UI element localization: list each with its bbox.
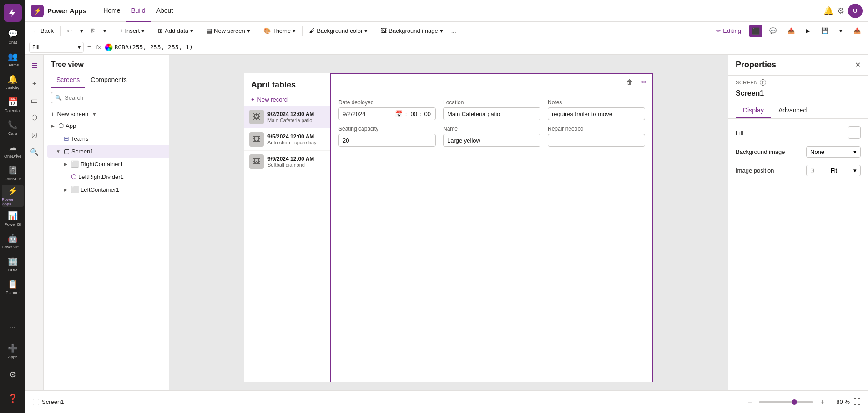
calendar-icon: 📅 — [395, 110, 403, 117]
tree-search-input[interactable] — [65, 94, 176, 101]
list-item-1[interactable]: 🖼 9/5/2024 12:00 AM Auto shop - spare ba… — [244, 128, 330, 151]
bg-color-button[interactable]: 🖌 Background color ▾ — [305, 25, 371, 37]
form-value-location[interactable]: Main Cafeteria patio — [443, 107, 540, 120]
chevron-icon: ▶ — [62, 162, 69, 167]
sidebar-icon-settings[interactable]: ⚙ — [2, 364, 24, 386]
sidebar-icon-addapps[interactable]: ➕Apps — [2, 340, 24, 362]
form-label-notes: Notes — [548, 99, 645, 106]
database-icon[interactable]: 🗃 — [27, 93, 42, 107]
new-screen-chevron: ▾ — [247, 27, 250, 34]
sidebar-icon-calls[interactable]: 📞Calls — [2, 117, 24, 138]
tree-search-box: 🔍 — [51, 92, 180, 103]
save-button[interactable]: 💾 — [818, 25, 832, 37]
sidebar-icon-chat[interactable]: 💬Chat — [2, 25, 24, 47]
expand-icon[interactable]: ⛶ — [853, 398, 861, 406]
plus-panel-icon[interactable]: + — [27, 76, 42, 90]
tree-item-screen1[interactable]: ▼ ▢ Screen1 ··· — [47, 145, 183, 158]
component-icon[interactable]: ⬡ — [27, 110, 42, 125]
chevron-down-icon: ▾ — [853, 148, 857, 155]
form-value-repair[interactable] — [548, 134, 645, 147]
more-button[interactable]: ... — [448, 25, 460, 37]
property-selector[interactable]: Fill ▾ — [29, 42, 84, 53]
share-button[interactable]: 📤 — [784, 25, 798, 37]
sidebar-icon-calendar[interactable]: 📅Calendar — [2, 94, 24, 116]
user-avatar[interactable]: U — [848, 4, 863, 18]
new-record-button[interactable]: + New record — [244, 93, 330, 106]
form-label-repair: Repair needed — [548, 126, 645, 132]
publish-button[interactable]: 📤 — [850, 25, 864, 37]
zoom-minus-button[interactable]: − — [744, 397, 755, 408]
fx-icon: fx — [95, 44, 103, 51]
tree-item-leftcontainer[interactable]: ▶ ⬜ LeftContainer1 — [47, 183, 183, 196]
search-panel-icon[interactable]: 🔍 — [27, 145, 42, 159]
zoom-slider[interactable] — [759, 401, 813, 403]
form-value-notes[interactable]: requires trailer to move — [548, 107, 645, 120]
nav-build[interactable]: Build — [126, 0, 151, 22]
add-data-button[interactable]: ⊞ Add data ▾ — [154, 25, 197, 37]
tree-tab-screens[interactable]: Screens — [51, 72, 85, 88]
props-tab-display[interactable]: Display — [736, 103, 771, 118]
sidebar-icon-planner[interactable]: 📋Planner — [2, 276, 24, 298]
theme-button[interactable]: 🎨 Theme ▾ — [260, 25, 299, 37]
delete-record-button[interactable]: 🗑 — [623, 76, 636, 88]
back-icon: ← — [33, 27, 39, 34]
save-dropdown[interactable]: ▾ — [836, 25, 846, 37]
tree-tab-components[interactable]: Components — [85, 72, 132, 88]
nav-about[interactable]: About — [151, 0, 179, 22]
props-tab-advanced[interactable]: Advanced — [771, 103, 814, 118]
props-fill-swatch[interactable] — [848, 126, 861, 139]
screen-checkbox — [33, 399, 39, 405]
sidebar-icon-onedrive[interactable]: ☁OneDrive — [2, 139, 24, 161]
props-image-position-select[interactable]: ⊡ Fit ▾ — [806, 165, 861, 176]
sidebar-icon-crm[interactable]: 🏢CRM — [2, 253, 24, 275]
toolbar-active-icon[interactable]: ⬛ — [749, 25, 762, 37]
form-value-name[interactable]: Large yellow — [443, 134, 540, 147]
tree-item-rightcontainer[interactable]: ▶ ⬜ RightContainer1 — [47, 158, 183, 170]
undo-dropdown[interactable]: ▾ — [76, 25, 87, 37]
insert-button[interactable]: + Insert ▾ — [116, 25, 148, 37]
list-item-avatar-2: 🖼 — [249, 154, 264, 169]
sidebar-icon-help[interactable]: ❓ — [2, 388, 24, 409]
edit-record-button[interactable]: ✏ — [638, 76, 651, 88]
play-button[interactable]: ▶ — [802, 25, 814, 37]
zoom-plus-button[interactable]: + — [817, 397, 828, 408]
sidebar-icon-powerapps[interactable]: ⚡Power Apps — [2, 185, 24, 207]
tree-item-teams[interactable]: ⊟ Teams — [47, 132, 183, 145]
status-bar: Screen1 − + 80 % ⛶ — [25, 390, 868, 413]
list-item-2[interactable]: 🖼 9/9/2024 12:00 AM Softball diamond — [244, 151, 330, 173]
new-screen-button[interactable]: ▤ New screen ▾ — [203, 25, 254, 37]
variable-icon[interactable]: {x} — [27, 127, 42, 142]
editing-button[interactable]: ✏ Editing — [712, 25, 746, 36]
form-value-seating[interactable]: 20 — [338, 134, 436, 147]
tree-item-divider[interactable]: ⬡ LeftRightDivider1 — [47, 170, 183, 183]
bg-image-button[interactable]: 🖼 Background image ▾ — [377, 25, 446, 37]
sidebar-icon-powerbi[interactable]: 📊Power BI — [2, 208, 24, 229]
form-value-date[interactable]: 9/2/2024 📅 : 00 : 00 — [338, 107, 436, 120]
sidebar-icon-activity[interactable]: 🔔Activity — [2, 71, 24, 93]
undo-button[interactable]: ↩ — [63, 25, 76, 37]
copy-button[interactable]: ⎘ — [88, 25, 99, 37]
props-bg-image-select[interactable]: None ▾ — [806, 146, 861, 158]
comment-button[interactable]: 💬 — [766, 25, 780, 37]
form-label-date: Date deployed — [338, 99, 436, 106]
treeview-icon[interactable]: ☰ — [27, 58, 42, 73]
notifications-icon[interactable]: 🔔 — [823, 6, 833, 16]
color-swatch[interactable] — [105, 43, 113, 51]
back-button[interactable]: ← Back — [29, 25, 57, 37]
main-toolbar: ← Back ↩ ▾ ⎘ ▾ + Insert ▾ ⊞ Add data ▾ ▤… — [25, 22, 868, 40]
copy-dropdown[interactable]: ▾ — [100, 25, 110, 37]
nav-home[interactable]: Home — [98, 0, 126, 22]
new-screen-button-tree[interactable]: + New screen ▾ — [47, 109, 183, 119]
props-screen-name: Screen1 — [728, 89, 868, 103]
sidebar-icon-teams[interactable]: 👥Teams — [2, 48, 24, 70]
sidebar-icon-powervirtual[interactable]: 🤖Power Virtu... — [2, 230, 24, 252]
formula-input[interactable] — [115, 42, 864, 53]
sidebar-icon-onenote[interactable]: 📓OneNote — [2, 162, 24, 184]
settings-icon[interactable]: ⚙ — [837, 6, 844, 16]
tree-item-app[interactable]: ▶ ⬡ App — [47, 119, 183, 132]
sidebar-icon-more[interactable]: ··· — [2, 316, 24, 338]
list-item-0[interactable]: 🖼 9/2/2024 12:00 AM Main Cafeteria patio — [244, 106, 330, 128]
plus-icon: + — [51, 111, 55, 117]
props-bg-image-row: Background image None ▾ — [736, 146, 861, 158]
props-close-button[interactable]: ✕ — [855, 61, 861, 69]
